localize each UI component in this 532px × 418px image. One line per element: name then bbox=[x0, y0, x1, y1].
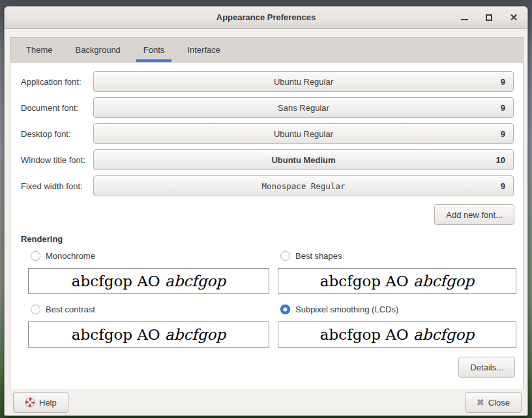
tab-fonts[interactable]: Fonts bbox=[136, 38, 172, 62]
document-font-label: Document font: bbox=[21, 103, 93, 113]
add-new-font-button[interactable]: Add new font... bbox=[434, 204, 514, 225]
life-buoy-icon bbox=[25, 397, 35, 408]
help-button-label: Help bbox=[39, 398, 57, 408]
rendering-option-best-shapes: Best shapes abcfgop AO abcfgop bbox=[278, 248, 516, 294]
preview-roman: abcfgop AO bbox=[320, 273, 413, 290]
window-controls: ✕ bbox=[457, 7, 521, 28]
preview-italic: abcfgop bbox=[165, 273, 226, 290]
preview-italic: abcfgop bbox=[413, 273, 474, 290]
font-row-window-title: Window title font: Ubuntu Medium 10 bbox=[10, 149, 523, 170]
font-row-document: Document font: Sans Regular 9 bbox=[10, 97, 523, 118]
appearance-preferences-window: Appearance Preferences ✕ Theme Backgroun… bbox=[4, 6, 528, 416]
best-contrast-preview: abcfgop AO abcfgop bbox=[28, 321, 269, 348]
font-size: 9 bbox=[501, 72, 505, 91]
minimize-icon[interactable] bbox=[457, 10, 471, 25]
close-button[interactable]: ✖ Close bbox=[465, 392, 522, 413]
font-size: 9 bbox=[501, 124, 505, 143]
radio-selected-icon[interactable] bbox=[280, 305, 290, 314]
font-name: Monospace Regular bbox=[262, 181, 346, 191]
font-row-desktop: Desktop font: Ubuntu Regular 9 bbox=[10, 123, 523, 144]
font-name: Sans Regular bbox=[278, 103, 329, 113]
preview-italic: abcfgop bbox=[413, 326, 474, 343]
details-row: Details... bbox=[10, 357, 523, 378]
font-name: Ubuntu Regular bbox=[274, 129, 333, 139]
add-font-row: Add new font... bbox=[10, 204, 523, 225]
desktop-font-label: Desktop font: bbox=[21, 129, 93, 139]
preview-roman: abcfgop AO bbox=[72, 326, 165, 343]
best-contrast-radio-row[interactable]: Best contrast bbox=[31, 301, 269, 317]
font-size: 10 bbox=[496, 150, 505, 170]
close-x-icon: ✖ bbox=[477, 397, 484, 408]
window-title-font-button[interactable]: Ubuntu Medium 10 bbox=[93, 149, 514, 170]
rendering-heading: Rendering bbox=[21, 234, 523, 244]
rendering-option-best-contrast: Best contrast abcfgop AO abcfgop bbox=[28, 301, 269, 348]
radio-icon[interactable] bbox=[31, 251, 40, 261]
font-name: Ubuntu Regular bbox=[274, 77, 333, 87]
rendering-option-subpixel: Subpixel smoothing (LCDs) abcfgop AO abc… bbox=[278, 301, 516, 348]
tab-bar: Theme Background Fonts Interface bbox=[10, 38, 523, 63]
desktop-font-button[interactable]: Ubuntu Regular 9 bbox=[93, 123, 514, 144]
window-title-font-label: Window title font: bbox=[21, 155, 93, 165]
application-font-label: Application font: bbox=[21, 77, 93, 87]
close-button-label: Close bbox=[488, 398, 510, 408]
preview-roman: abcfgop AO bbox=[72, 273, 165, 290]
font-name: Ubuntu Medium bbox=[271, 155, 335, 165]
preview-roman: abcfgop AO bbox=[320, 326, 413, 343]
best-shapes-radio-row[interactable]: Best shapes bbox=[280, 248, 516, 263]
best-shapes-label: Best shapes bbox=[295, 251, 342, 261]
fonts-panel: Theme Background Fonts Interface Applica… bbox=[10, 37, 524, 396]
fixed-width-font-button[interactable]: Monospace Regular 9 bbox=[93, 175, 514, 196]
maximize-icon[interactable] bbox=[482, 10, 496, 25]
font-size: 9 bbox=[501, 98, 505, 117]
tab-background[interactable]: Background bbox=[68, 38, 127, 62]
font-row-application: Application font: Ubuntu Regular 9 bbox=[10, 71, 523, 92]
subpixel-radio-row[interactable]: Subpixel smoothing (LCDs) bbox=[280, 301, 516, 317]
application-font-button[interactable]: Ubuntu Regular 9 bbox=[93, 71, 514, 92]
rendering-option-monochrome: Monochrome abcfgop AO abcfgop bbox=[28, 248, 269, 294]
monochrome-label: Monochrome bbox=[46, 251, 95, 261]
best-contrast-label: Best contrast bbox=[46, 305, 95, 314]
close-icon[interactable]: ✕ bbox=[507, 10, 521, 25]
titlebar[interactable]: Appearance Preferences ✕ bbox=[5, 7, 527, 29]
action-bar: Help ✖ Close bbox=[5, 389, 527, 415]
document-font-button[interactable]: Sans Regular 9 bbox=[93, 97, 514, 118]
tab-interface[interactable]: Interface bbox=[180, 38, 228, 62]
preview-italic: abcfgop bbox=[165, 326, 226, 343]
monochrome-radio-row[interactable]: Monochrome bbox=[31, 248, 269, 263]
fixed-width-font-label: Fixed width font: bbox=[21, 181, 93, 191]
best-shapes-preview: abcfgop AO abcfgop bbox=[278, 268, 516, 294]
tab-theme[interactable]: Theme bbox=[19, 38, 59, 62]
radio-icon[interactable] bbox=[280, 251, 290, 261]
help-button[interactable]: Help bbox=[13, 392, 68, 413]
font-row-fixed-width: Fixed width font: Monospace Regular 9 bbox=[10, 175, 523, 196]
subpixel-label: Subpixel smoothing (LCDs) bbox=[295, 305, 398, 314]
details-button[interactable]: Details... bbox=[458, 357, 515, 378]
window-title: Appearance Preferences bbox=[216, 12, 316, 22]
monochrome-preview: abcfgop AO abcfgop bbox=[28, 268, 269, 294]
font-settings: Application font: Ubuntu Regular 9 Docum… bbox=[10, 71, 523, 196]
radio-icon[interactable] bbox=[31, 305, 40, 314]
subpixel-preview: abcfgop AO abcfgop bbox=[278, 321, 516, 348]
rendering-options: Monochrome abcfgop AO abcfgop Best shape… bbox=[28, 248, 523, 348]
font-size: 9 bbox=[501, 176, 505, 196]
